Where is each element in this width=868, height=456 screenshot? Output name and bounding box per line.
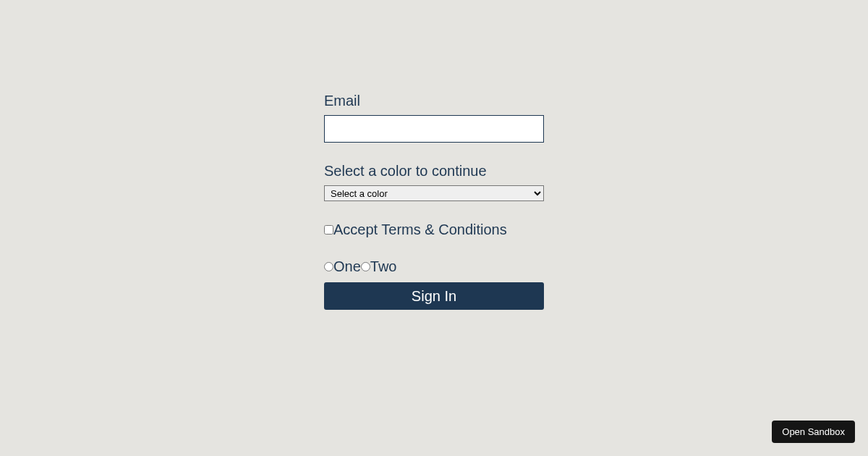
email-group: Email	[324, 93, 544, 143]
email-input[interactable]	[324, 115, 544, 143]
color-group: Select a color to continue Select a colo…	[324, 163, 544, 201]
email-label: Email	[324, 93, 544, 109]
terms-group: Accept Terms & Conditions	[324, 221, 544, 238]
radio-two-label: Two	[370, 258, 397, 275]
terms-label: Accept Terms & Conditions	[333, 221, 507, 238]
radio-one-label: One	[333, 258, 361, 275]
color-label: Select a color to continue	[324, 163, 544, 180]
radio-group: One Two	[324, 258, 544, 275]
terms-checkbox[interactable]	[324, 225, 333, 235]
radio-two[interactable]	[361, 262, 370, 271]
radio-one[interactable]	[324, 262, 333, 271]
color-select[interactable]: Select a color	[324, 185, 544, 201]
form-container: Email Select a color to continue Select …	[324, 93, 544, 310]
signin-button[interactable]: Sign In	[324, 282, 544, 310]
open-sandbox-button[interactable]: Open Sandbox	[772, 421, 855, 443]
